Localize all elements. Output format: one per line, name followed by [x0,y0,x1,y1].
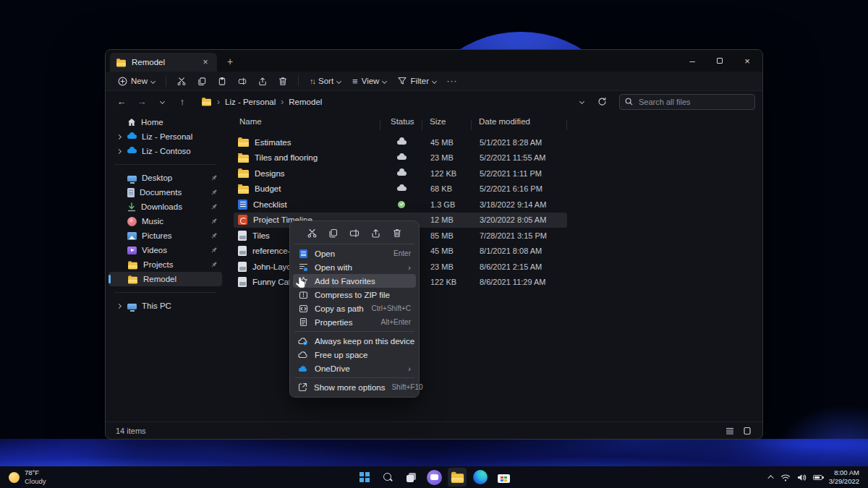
back-button[interactable]: ← [113,94,130,110]
taskbar-apps [355,468,513,487]
sidebar-item-documents[interactable]: Documents [109,185,222,200]
status-bar: 14 items [106,421,762,439]
copy-button[interactable] [192,73,211,89]
weather-widget[interactable]: 78°F Cloudy [0,468,145,486]
menu-item-compress-zip[interactable]: Compress to ZIP file [293,288,416,301]
image-file-icon [238,262,247,272]
delete-button[interactable] [390,226,404,240]
rename-button[interactable] [233,73,252,89]
store-button[interactable] [494,468,513,487]
file-explorer-button[interactable] [448,468,467,487]
sidebar-item-liz-personal[interactable]: Liz - Personal [109,129,222,144]
column-header-date-modified[interactable]: Date modified [472,117,567,126]
start-button[interactable] [355,468,374,487]
sidebar-item-liz-contoso[interactable]: Liz - Contoso [109,144,222,158]
chevron-right-icon[interactable] [116,303,122,308]
share-button[interactable] [369,226,383,240]
cut-button[interactable] [172,73,191,89]
taskbar-clock[interactable]: 8:00 AM 3/29/2022 [829,468,859,487]
details-view-toggle[interactable] [725,426,735,436]
battery-icon[interactable] [813,475,822,480]
task-view-button[interactable] [401,468,420,487]
cut-button[interactable] [305,226,319,240]
large-icons-view-toggle[interactable] [742,426,752,436]
menu-item-always-keep-on-device[interactable]: Always keep on this device [293,334,416,348]
chevron-right-icon[interactable] [116,134,122,139]
file-row[interactable]: Estimates 45 MB 5/1/2021 8:28 AM [234,134,567,150]
menu-item-open-with[interactable]: Open with › [293,260,416,274]
copy-button[interactable] [326,226,341,240]
new-tab-button[interactable]: + [224,56,236,67]
sidebar-item-this-pc[interactable]: This PC [109,299,222,313]
sort-button[interactable]: ↑↓ Sort [305,73,346,89]
refresh-button[interactable] [593,94,610,110]
share-button[interactable] [253,73,272,89]
view-button[interactable]: ≡ View [347,73,391,89]
file-row[interactable]: Tiles and flooring 23 MB 5/2/2021 11:55 … [234,150,567,166]
menu-item-show-more-options[interactable]: Show more options Shift+F10 [293,380,416,394]
file-row[interactable]: Designs 122 KB 5/2/2021 1:11 PM [234,166,567,181]
menu-item-copy-as-path[interactable]: Copy as path Ctrl+Shift+C [293,301,416,315]
chevron-down-icon [150,78,156,83]
tab-remodel[interactable]: Remodel × [110,53,217,72]
cloud-outline-icon [298,351,308,359]
sidebar-item-desktop[interactable]: Desktop [109,171,222,185]
menu-item-open[interactable]: Open Enter [293,247,416,260]
file-row[interactable]: Checklist 1.3 GB 3/18/2022 9:14 AM [234,197,567,213]
column-header-status[interactable]: Status [380,117,422,126]
menu-item-free-up-space[interactable]: Free up space [293,348,416,361]
minimize-button[interactable]: – [678,50,706,72]
share-icon [258,77,267,86]
address-dropdown-button[interactable] [573,94,590,110]
sidebar-item-home[interactable]: Home [109,115,222,129]
chat-button[interactable] [425,468,443,487]
recent-locations-button[interactable] [153,94,171,110]
sidebar-item-pictures[interactable]: Pictures [109,228,222,243]
wifi-icon[interactable] [780,474,791,481]
sidebar-item-projects[interactable]: Projects [109,257,222,272]
cut-icon [307,228,317,238]
column-header-name[interactable]: Name [234,117,380,126]
file-explorer-icon [451,474,463,483]
new-button[interactable]: New [113,73,160,89]
image-file-icon [238,231,247,241]
forward-button[interactable]: → [133,94,150,110]
menu-item-add-to-favorites[interactable]: Add to Favorites [293,274,416,288]
delete-button[interactable] [273,73,292,89]
clock-time: 8:00 AM [829,468,859,477]
menu-item-onedrive[interactable]: OneDrive › [293,361,416,375]
rename-button[interactable] [347,226,362,240]
close-button[interactable]: × [733,50,761,72]
paste-button[interactable] [213,73,231,89]
search-input[interactable] [637,97,739,107]
trash-icon [393,228,401,238]
sidebar-item-videos[interactable]: Videos [109,243,222,257]
breadcrumb-item-personal[interactable]: Liz - Personal [225,98,276,106]
sidebar-item-music[interactable]: Music [109,214,222,228]
tab-close-icon[interactable]: × [200,57,211,67]
taskbar-search-button[interactable] [378,468,397,487]
see-more-button[interactable]: ··· [443,73,461,89]
sidebar-item-downloads[interactable]: Downloads [109,200,222,214]
sidebar-item-remodel[interactable]: Remodel [109,272,222,286]
chevron-down-icon [432,78,437,83]
search-box[interactable] [619,94,755,110]
chevron-right-icon[interactable] [116,148,122,153]
breadcrumb-item-remodel[interactable]: Remodel [289,98,322,106]
tab-bar: Remodel × + – × [106,50,762,72]
volume-icon[interactable] [797,474,807,481]
filter-button[interactable]: Filter [393,73,441,89]
onedrive-icon [298,365,308,372]
maximize-button[interactable] [706,50,733,72]
edge-button[interactable] [471,468,490,487]
column-headers: Name Status Size Date modified [234,114,567,129]
file-row[interactable]: Budget 68 KB 5/2/2021 6:16 PM [234,181,567,197]
cloud-status-icon [397,171,407,176]
wallpaper-bloom-ribbons [0,439,868,466]
column-header-size[interactable]: Size [422,117,472,126]
synced-status-icon [398,201,405,208]
tray-chevron-up-icon[interactable] [767,475,773,481]
menu-item-properties[interactable]: Properties Alt+Enter [293,315,416,329]
up-button[interactable]: ↑ [174,94,191,110]
music-icon [127,217,137,226]
